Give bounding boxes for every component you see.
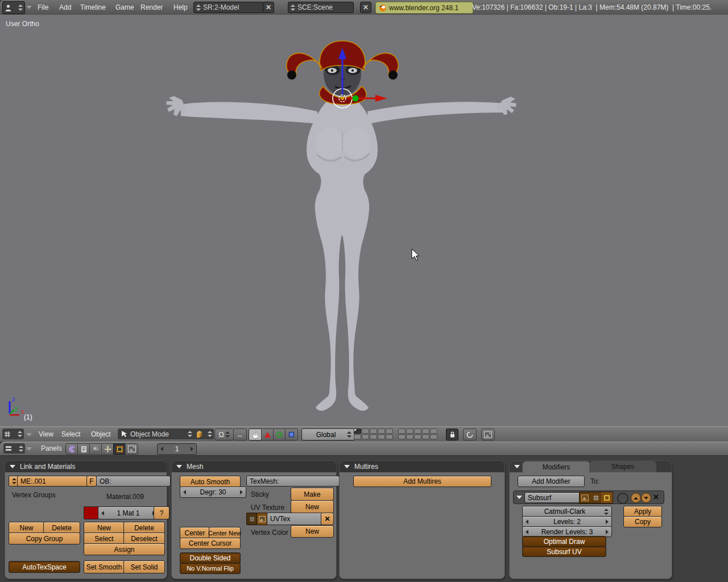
manipulator-rotate-toggle[interactable] xyxy=(273,429,286,440)
draw-type-selector[interactable] xyxy=(193,429,214,439)
manipulator-y-handle[interactable] xyxy=(353,95,359,102)
modifier-realtime-toggle[interactable] xyxy=(601,492,613,503)
modifier-delete-button[interactable]: ✕ xyxy=(653,493,659,501)
uvtex-pin-button[interactable] xyxy=(246,513,258,525)
layer-1[interactable] xyxy=(354,429,361,434)
menu-render[interactable]: Render xyxy=(140,3,163,11)
sticky-make-button[interactable]: Make xyxy=(291,488,334,501)
stepper-right-icon[interactable] xyxy=(606,530,609,534)
blender-version-badge[interactable]: www.blender.org 248.1 xyxy=(375,2,473,14)
layer-13[interactable] xyxy=(370,434,377,439)
pivot-selector[interactable]: Ω xyxy=(214,429,234,440)
script-context-button[interactable] xyxy=(77,443,90,455)
scene-selector[interactable]: SCE:Scene xyxy=(288,2,354,13)
menu-help[interactable]: Help xyxy=(173,3,188,11)
layer-15[interactable] xyxy=(386,434,393,439)
layer-16[interactable] xyxy=(398,434,406,439)
menu-file[interactable]: File xyxy=(38,3,48,11)
layer-buttons-group-2[interactable] xyxy=(398,429,437,439)
subsurf-uv-toggle[interactable]: Subsurf UV xyxy=(522,546,606,557)
shading-context-button[interactable] xyxy=(89,443,102,455)
logic-context-button[interactable] xyxy=(65,443,78,455)
tab-shapes[interactable]: Shapes xyxy=(589,461,656,472)
layer-6[interactable] xyxy=(398,429,406,434)
layer-3[interactable] xyxy=(370,429,377,434)
panel-collapse-icon[interactable] xyxy=(514,465,520,468)
layer-7[interactable] xyxy=(406,429,413,434)
material-assign-button[interactable]: Assign xyxy=(84,543,165,555)
panel-header[interactable]: Mesh xyxy=(172,461,336,472)
modifier-move-up-button[interactable] xyxy=(631,493,641,503)
degr-stepper[interactable]: Degr: 30 xyxy=(180,487,246,498)
header-collapse-icon[interactable] xyxy=(26,433,32,436)
menu-view[interactable]: View xyxy=(39,430,53,438)
vgroup-new-button[interactable]: New xyxy=(9,522,44,534)
mesh-name-field[interactable]: ME:.001 xyxy=(17,476,93,487)
modifier-edit-toggle[interactable] xyxy=(590,492,601,503)
editor-type-button[interactable] xyxy=(3,443,25,454)
manipulator-size-button[interactable]: ↔ xyxy=(233,429,247,440)
levels-stepper[interactable]: Levels: 2 xyxy=(522,516,612,527)
header-collapse-icon[interactable] xyxy=(26,447,32,451)
panels-menu[interactable]: Panels xyxy=(41,444,62,452)
copy-button[interactable]: Copy xyxy=(623,516,662,527)
object-name-field[interactable]: OB: xyxy=(96,476,171,487)
vertex-color-new-button[interactable]: New xyxy=(291,525,334,538)
texmesh-field[interactable]: TexMesh: xyxy=(246,476,340,487)
optimal-draw-toggle[interactable]: Optimal Draw xyxy=(522,536,606,547)
material-delete-button[interactable]: Delete xyxy=(123,522,165,534)
layer-20[interactable] xyxy=(430,434,437,439)
window-type-button[interactable] xyxy=(2,1,25,14)
layer-9[interactable] xyxy=(422,429,429,434)
layer-5[interactable] xyxy=(386,429,393,434)
material-new-button[interactable]: New xyxy=(84,522,125,534)
add-multires-button[interactable]: Add Multires xyxy=(353,476,491,487)
panel-collapse-icon[interactable] xyxy=(176,465,182,468)
scene-context-button[interactable] xyxy=(125,443,138,455)
manipulator-translate-toggle[interactable] xyxy=(261,429,274,440)
set-solid-button[interactable]: Set Solid xyxy=(123,560,165,573)
layer-10[interactable] xyxy=(430,429,437,434)
no-vnormal-flip-toggle[interactable]: No V.Normal Flip xyxy=(180,563,241,574)
panel-collapse-icon[interactable] xyxy=(10,465,15,468)
header-collapse-icon[interactable] xyxy=(26,6,32,9)
menu-timeline[interactable]: Timeline xyxy=(80,3,106,11)
menu-select[interactable]: Select xyxy=(61,430,80,438)
center-button[interactable]: Center xyxy=(180,527,210,539)
editor-type-button[interactable] xyxy=(2,429,24,439)
auto-smooth-toggle[interactable]: Auto Smooth xyxy=(180,476,241,488)
scene-close-button[interactable]: ✕ xyxy=(360,2,371,13)
material-index-stepper[interactable]: 1 Mat 1 xyxy=(98,506,159,519)
modifier-name-field[interactable]: Subsurf xyxy=(524,492,584,503)
layer-18[interactable] xyxy=(414,434,421,439)
material-color-swatch[interactable] xyxy=(84,506,99,519)
manipulator-x-arrow[interactable] xyxy=(375,95,387,102)
uv-texture-new-button[interactable]: New xyxy=(291,500,334,513)
layer-11[interactable] xyxy=(354,434,361,439)
screen-selector[interactable]: SR:2-Model xyxy=(193,2,264,13)
autotexspace-toggle[interactable]: AutoTexSpace xyxy=(9,561,80,573)
set-smooth-button[interactable]: Set Smooth xyxy=(84,560,125,573)
proportional-edit-button[interactable] xyxy=(463,429,477,440)
apply-button[interactable]: Apply xyxy=(623,506,662,517)
layer-4[interactable] xyxy=(378,429,385,434)
uvtex-delete-button[interactable]: ✕ xyxy=(321,513,334,525)
layer-17[interactable] xyxy=(406,434,413,439)
layer-12[interactable] xyxy=(362,434,369,439)
manipulator-scale-toggle[interactable] xyxy=(285,429,298,440)
layer-2[interactable] xyxy=(362,429,369,434)
layer-19[interactable] xyxy=(422,434,429,439)
fake-user-button[interactable]: F xyxy=(86,476,97,487)
frame-increment-icon[interactable] xyxy=(191,447,193,451)
mode-selector[interactable]: Object Mode xyxy=(118,429,195,439)
screen-close-button[interactable]: ✕ xyxy=(263,2,274,13)
frame-number-stepper[interactable]: 1 xyxy=(157,443,197,455)
menu-add[interactable]: Add xyxy=(59,3,71,11)
orientation-selector[interactable]: Global xyxy=(301,429,355,440)
menu-object[interactable]: Object xyxy=(91,430,111,438)
material-deselect-button[interactable]: Deselect xyxy=(123,533,165,544)
vgroup-delete-button[interactable]: Delete xyxy=(43,522,80,534)
subdiv-type-selector[interactable]: Catmull-Clark xyxy=(522,506,612,517)
modifier-move-down-button[interactable] xyxy=(641,493,651,503)
modifier-expand-icon[interactable] xyxy=(516,496,522,499)
